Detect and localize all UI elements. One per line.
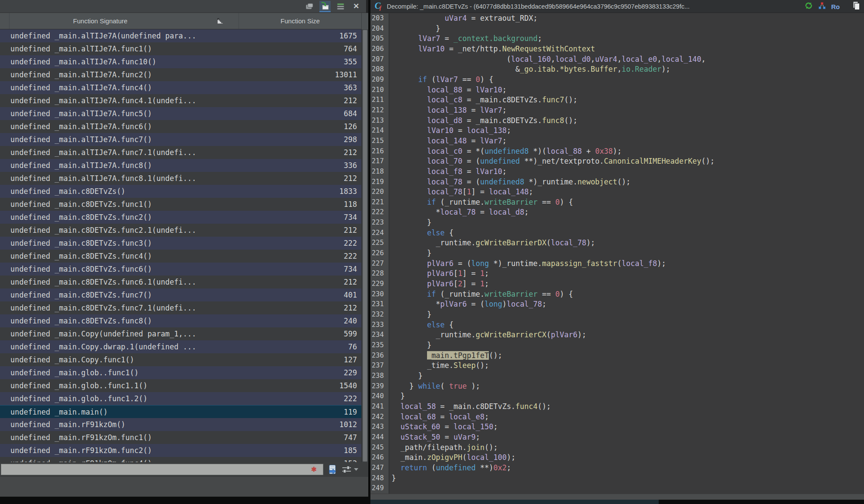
code-line[interactable]: 233 else { xyxy=(370,320,864,330)
list-icon[interactable] xyxy=(335,1,346,12)
function-row[interactable]: undefined _main.alTIJe7A.func6()126 xyxy=(0,120,361,133)
code-line[interactable]: 229 plVar6[2] = 1; xyxy=(370,279,864,289)
function-row[interactable]: undefined _main.main()119 xyxy=(0,405,361,418)
filter-input[interactable] xyxy=(1,464,323,475)
code-line[interactable]: 205 lVar7 = _context.background; xyxy=(370,34,864,44)
code-line[interactable]: 212 local_138 = lVar7; xyxy=(370,105,864,116)
code-line[interactable]: 238 } xyxy=(370,371,864,381)
code-line[interactable]: 245 _path/filepath.join(); xyxy=(370,443,864,453)
copy-pages-icon[interactable] xyxy=(852,1,861,12)
function-row[interactable]: undefined _main.rF91kzOm()1012 xyxy=(0,418,361,431)
code-line[interactable]: 246 _main.zOpigvPH(local_100); xyxy=(370,453,864,463)
horizontal-scrollbar[interactable] xyxy=(370,494,864,500)
code-line[interactable]: 221 if (_runtime.writeBarrier == 0) { xyxy=(370,197,864,208)
code-line[interactable]: 213 local_d8 = _main.c8DETvZs.func8(); xyxy=(370,116,864,126)
function-row[interactable]: undefined _main.alTIJe7A.func7()298 xyxy=(0,133,361,146)
code-line[interactable]: 235 } xyxy=(370,340,864,351)
graph-icon[interactable] xyxy=(818,2,826,11)
function-row[interactable]: undefined _main.alTIJe7A.func4()363 xyxy=(0,81,361,94)
function-row[interactable]: undefined _main.c8DETvZs.func2.1(undefi.… xyxy=(0,224,361,237)
duplicate-view-icon[interactable] xyxy=(304,1,315,12)
code-line[interactable]: 224 else { xyxy=(370,228,864,238)
function-row[interactable]: undefined _main.alTIJe7A.func8.1(undefi.… xyxy=(0,172,361,185)
code-line[interactable]: 215 local_148 = lVar7; xyxy=(370,136,864,146)
close-icon[interactable]: ✕ xyxy=(351,1,362,12)
code-line[interactable]: 231 *plVar6 = (long)local_78; xyxy=(370,299,864,310)
function-row[interactable]: undefined _main.c8DETvZs.func7.1(undefi.… xyxy=(0,301,361,314)
code-line[interactable]: 240 } xyxy=(370,391,864,402)
code-line[interactable]: 237 _time.Sleep(); xyxy=(370,361,864,371)
function-row[interactable]: undefined _main.alTIJe7A.func1()764 xyxy=(0,42,361,55)
code-line[interactable]: 216 local_c0 = *(undefined8 *)(local_88 … xyxy=(370,146,864,157)
code-line[interactable]: 220 local_78[1] = local_148; xyxy=(370,187,864,197)
refresh-icon[interactable] xyxy=(804,1,813,12)
function-row[interactable]: undefined _main.alTIJe7A.func8()336 xyxy=(0,159,361,172)
function-row[interactable]: undefined _main.glob..func1()229 xyxy=(0,366,361,379)
function-row[interactable]: undefined _main.Copy.dwrap.1(undefined .… xyxy=(0,340,361,353)
function-row[interactable]: undefined _main.c8DETvZs.func7()401 xyxy=(0,288,361,301)
function-row[interactable]: undefined _main.c8DETvZs.func2()734 xyxy=(0,211,361,224)
code-line[interactable]: 206 lVar10 = _net/http.NewRequestWithCon… xyxy=(370,44,864,54)
code-line[interactable]: 241 local_58 = _main.c8DETvZs.func4(); xyxy=(370,402,864,412)
vertical-scrollbar[interactable] xyxy=(361,29,368,462)
function-row[interactable]: undefined _main.c8DETvZs.func4()222 xyxy=(0,250,361,263)
snapshot-icon[interactable] xyxy=(319,1,331,12)
code-line[interactable]: 208 &_go.itab.*bytes.Buffer,io.Reader); xyxy=(370,64,864,75)
function-row[interactable]: undefined _main.c8DETvZs()1833 xyxy=(0,185,361,198)
code-line[interactable]: 210 local_88 = lVar10; xyxy=(370,85,864,95)
function-row[interactable]: undefined _main.c8DETvZs.func1()118 xyxy=(0,198,361,211)
code-line[interactable]: 249 xyxy=(370,483,864,494)
code-line[interactable]: 204 } xyxy=(370,24,864,34)
code-line[interactable]: 211 local_c8 = _main.c8DETvZs.func7(); xyxy=(370,95,864,105)
code-line[interactable]: 214 lVar10 = local_138; xyxy=(370,126,864,136)
code-line[interactable]: 243 uStack_60 = local_150; xyxy=(370,422,864,432)
dropdown-caret-icon[interactable] xyxy=(354,468,358,471)
function-row[interactable]: undefined _main.rF91kzOm.func4()152 xyxy=(0,457,361,462)
code-line[interactable]: 232 } xyxy=(370,310,864,320)
code-line[interactable]: 236 _main.tPgp1feT(); xyxy=(370,351,864,361)
filter-options-icon[interactable] xyxy=(341,465,358,474)
function-row[interactable]: undefined _main.alTIJe7A.func10()355 xyxy=(0,55,361,68)
function-row[interactable]: undefined _main.c8DETvZs.func3()222 xyxy=(0,237,361,250)
column-header-function-size[interactable]: Function Size xyxy=(239,13,361,29)
code-line[interactable]: 207 (local_160,local_d0,uVar4,local_e0,l… xyxy=(370,54,864,65)
function-row[interactable]: undefined _main.glob..func1.1()1540 xyxy=(0,379,361,392)
code-line[interactable]: 247 return (undefined **)0x2; xyxy=(370,463,864,473)
filter-document-icon[interactable] xyxy=(328,464,337,475)
code-line[interactable]: 242 local_68 = local_e8; xyxy=(370,412,864,422)
function-row[interactable]: undefined _main.rF91kzOm.func1()747 xyxy=(0,431,361,444)
function-row[interactable]: undefined _main.c8DETvZs.func8()240 xyxy=(0,314,361,327)
code-line[interactable]: 227 plVar6 = (long *)_runtime.mapassign_… xyxy=(370,259,864,269)
function-row[interactable]: undefined _main.Copy.func1()127 xyxy=(0,353,361,366)
code-line[interactable]: 209 if (lVar7 == 0) { xyxy=(370,75,864,85)
function-row[interactable]: undefined _main.alTIJe7A(undefined para.… xyxy=(0,29,361,42)
code-line[interactable]: 218 local_f8 = lVar10; xyxy=(370,167,864,177)
function-row[interactable]: undefined _main.glob..func1.2()222 xyxy=(0,392,361,405)
function-row[interactable]: undefined _main.alTIJe7A.func5()684 xyxy=(0,107,361,120)
ro-toolbar-label[interactable]: Ro xyxy=(831,3,840,10)
code-line[interactable]: 222 *local_78 = local_d8; xyxy=(370,207,864,218)
code-line[interactable]: 228 plVar6[1] = 1; xyxy=(370,269,864,279)
code-line[interactable]: 225 _runtime.gcWriteBarrierDX(local_78); xyxy=(370,238,864,248)
function-row[interactable]: undefined _main.Copy(undefined param_1,.… xyxy=(0,327,361,340)
code-line[interactable]: 203 uVar4 = extraout_RDX; xyxy=(370,13,864,24)
function-row[interactable]: undefined _main.rF91kzOm.func2()185 xyxy=(0,444,361,457)
highlighted-token[interactable]: _main.tPgp1feT xyxy=(427,351,489,360)
code-line[interactable]: 226 } xyxy=(370,248,864,259)
scrollbar-thumb[interactable] xyxy=(363,30,367,462)
code-line[interactable]: 239 } while( true ); xyxy=(370,381,864,392)
code-line[interactable]: 230 if (_runtime.writeBarrier == 0) { xyxy=(370,289,864,300)
column-header-function-signature[interactable]: Function Signature xyxy=(10,13,239,29)
code-line[interactable]: 244 uStack_50 = uVar9; xyxy=(370,432,864,443)
function-row[interactable]: undefined _main.alTIJe7A.func7.1(undefi.… xyxy=(0,146,361,159)
code-line[interactable]: 219 local_78 = (undefined8 *)_runtime.ne… xyxy=(370,177,864,187)
code-line[interactable]: 217 local_70 = (undefined **)_net/textpr… xyxy=(370,156,864,167)
code-line[interactable]: 234 _runtime.gcWriteBarrierCX(plVar6); xyxy=(370,330,864,340)
clear-filter-icon[interactable]: ✱ xyxy=(311,466,317,473)
code-line[interactable]: 223 } xyxy=(370,218,864,228)
function-row[interactable]: undefined _main.alTIJe7A.func4.1(undefi.… xyxy=(0,94,361,107)
function-row[interactable]: undefined _main.alTIJe7A.func2()13011 xyxy=(0,68,361,81)
code-line[interactable]: 248} xyxy=(370,473,864,484)
function-row[interactable]: undefined _main.c8DETvZs.func6.1(undefi.… xyxy=(0,276,361,288)
function-row[interactable]: undefined _main.c8DETvZs.func6()734 xyxy=(0,263,361,276)
